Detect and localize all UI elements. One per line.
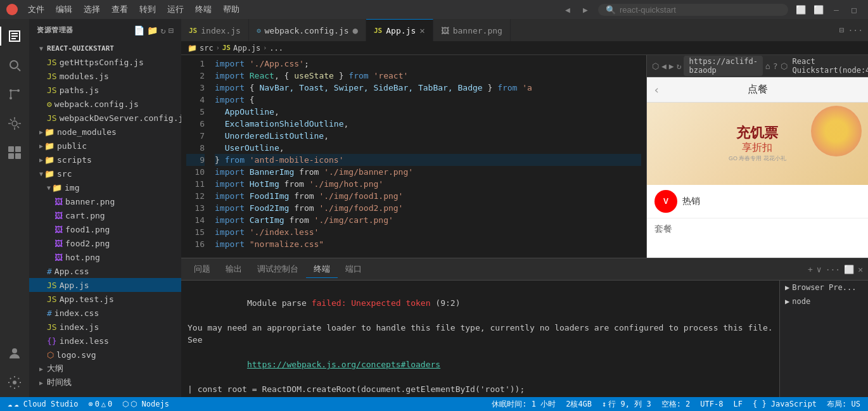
list-item[interactable]: 🖼 hot.png: [29, 250, 181, 264]
breadcrumb-ellipsis[interactable]: ...: [269, 44, 283, 53]
activity-search[interactable]: [0, 51, 29, 80]
list-item[interactable]: # index.css: [29, 306, 181, 320]
list-item[interactable]: 🖼 banner.png: [29, 194, 181, 208]
panel-sidebar-item-browser[interactable]: ▶ Browser Pre...: [780, 281, 868, 294]
split-editor-icon[interactable]: ⊟: [839, 25, 845, 35]
menu-view[interactable]: 查看: [106, 3, 133, 16]
panel-tab-ports[interactable]: 端口: [338, 261, 369, 278]
tab-close-icon[interactable]: ●: [353, 25, 358, 35]
code-editor[interactable]: 1 2 3 4 5 6 7 8 9 10 11 12 13 14 15 16: [181, 55, 646, 258]
menu-file[interactable]: 文件: [23, 3, 49, 16]
list-item[interactable]: ▶ 📁 node_modules: [29, 125, 181, 139]
more-tabs-icon[interactable]: ···: [848, 25, 863, 35]
menu-terminal[interactable]: 终端: [190, 3, 217, 16]
preview-question-icon[interactable]: ?: [773, 58, 778, 73]
list-item[interactable]: JS paths.js: [29, 83, 181, 97]
terminal-link[interactable]: https://webpack.js.org/concepts#loaders: [247, 360, 440, 369]
panel-maximize-icon[interactable]: ⬜: [844, 265, 854, 274]
panel-tab-problems[interactable]: 问题: [186, 261, 218, 278]
preview-more-icon[interactable]: ⬡: [781, 58, 788, 73]
layout-button[interactable]: ⬜: [793, 2, 808, 17]
list-item[interactable]: # App.css: [29, 264, 181, 278]
panel-tab-output[interactable]: 输出: [218, 261, 250, 278]
search-input[interactable]: [620, 5, 781, 15]
menu-edit[interactable]: 编辑: [51, 3, 77, 16]
terminal-content[interactable]: Module parse failed: Unexpected token (9…: [181, 281, 779, 397]
list-item[interactable]: ▶ 📁 public: [29, 139, 181, 153]
activity-explorer[interactable]: [0, 22, 29, 51]
maximize-button[interactable]: □: [846, 2, 862, 17]
breadcrumb-appjs[interactable]: JS App.js: [222, 44, 261, 53]
list-item[interactable]: {} index.less: [29, 334, 181, 348]
activity-account[interactable]: [0, 339, 29, 368]
activity-debug[interactable]: [0, 109, 29, 138]
tab-bannerpng[interactable]: 🖼 banner.png: [433, 19, 511, 41]
status-cloud-studio[interactable]: ☁ ☁ Cloud Studio: [5, 400, 80, 408]
refresh-icon[interactable]: ↻: [160, 25, 165, 35]
list-item[interactable]: 🖼 food1.png: [29, 222, 181, 236]
status-cpu[interactable]: 2核4GB: [563, 399, 594, 410]
tab-webpack[interactable]: ⚙ webpack.config.js ●: [249, 19, 366, 41]
list-item[interactable]: JS index.js: [29, 320, 181, 334]
status-nodejs[interactable]: ⬡ ⬡ Nodejs: [120, 400, 172, 408]
status-rest-time[interactable]: 休眠时间: 1 小时: [489, 399, 558, 410]
list-item[interactable]: ▼ 📁 img: [29, 180, 181, 194]
code-body[interactable]: import './App.css'; import React, { useS…: [210, 55, 646, 258]
tree-item-project[interactable]: ▼ REACT-QUICKSTART: [29, 41, 181, 55]
preview-refresh-button[interactable]: ↻: [677, 58, 682, 73]
menu-select[interactable]: 选择: [79, 3, 105, 16]
new-file-icon[interactable]: 📄: [134, 25, 144, 35]
list-item[interactable]: JS getHttpsConfig.js: [29, 55, 181, 69]
list-item[interactable]: JS App.test.js: [29, 292, 181, 306]
preview-home-icon[interactable]: ⌂: [765, 58, 770, 73]
activity-settings[interactable]: [0, 368, 29, 397]
panel-tab-debug[interactable]: 调试控制台: [250, 261, 306, 278]
list-item[interactable]: 🖼 food2.png: [29, 236, 181, 250]
nav-forward-button[interactable]: ▶: [578, 2, 593, 17]
list-item[interactable]: JS webpackDevServer.config.js: [29, 111, 181, 125]
list-item[interactable]: ⬡ logo.svg: [29, 348, 181, 362]
status-line-ending[interactable]: LF: [731, 400, 744, 408]
panel-chevron-down-icon[interactable]: ∨: [817, 265, 822, 274]
list-item[interactable]: ▶ 📁 scripts: [29, 153, 181, 167]
collapse-icon[interactable]: ⊟: [169, 25, 174, 35]
tab-more-actions[interactable]: ⊟ ···: [834, 19, 868, 41]
breadcrumb-src[interactable]: 📁 src: [188, 44, 214, 53]
status-layout[interactable]: 布局: US: [824, 399, 863, 410]
preview-forward-button[interactable]: ▶: [669, 58, 674, 73]
status-spaces[interactable]: 空格: 2: [659, 399, 693, 410]
list-item[interactable]: ▼ 📁 src: [29, 167, 181, 180]
status-encoding[interactable]: UTF-8: [698, 400, 725, 408]
menu-goto[interactable]: 转到: [134, 3, 161, 16]
menu-help[interactable]: 帮助: [218, 3, 245, 16]
browser-back-icon[interactable]: ‹: [653, 83, 660, 96]
search-bar[interactable]: 🔍: [598, 4, 788, 16]
list-item[interactable]: ⚙ webpack.config.js: [29, 97, 181, 111]
nav-back-button[interactable]: ◀: [560, 2, 575, 17]
activity-git[interactable]: [0, 80, 29, 109]
menu-run[interactable]: 运行: [162, 3, 189, 16]
preview-open-icon[interactable]: ⬡: [652, 58, 659, 73]
status-language[interactable]: { } JavaScript: [750, 400, 819, 408]
panel-add-icon[interactable]: +: [808, 265, 813, 274]
status-errors[interactable]: ⊗ 0 △ 0: [86, 400, 115, 408]
activity-extensions[interactable]: [0, 138, 29, 167]
tab-indexjs[interactable]: JS index.js: [181, 19, 249, 41]
preview-url-bar[interactable]: https://aclifd-bzaodp: [684, 56, 762, 76]
panel-sidebar-item-node[interactable]: ▶ node: [780, 294, 868, 308]
panel-more-icon[interactable]: ···: [826, 265, 840, 274]
minimize-button[interactable]: —: [829, 2, 844, 17]
status-cursor[interactable]: ↕ 行 9, 列 3: [599, 399, 654, 410]
list-item[interactable]: 🖼 cart.png: [29, 208, 181, 222]
list-item-timeline[interactable]: ▶ 时间线: [29, 376, 181, 389]
panel-tab-terminal[interactable]: 终端: [306, 261, 338, 278]
new-folder-icon[interactable]: 📁: [147, 25, 158, 35]
tab-appjs[interactable]: JS App.js ✕: [366, 19, 433, 41]
list-item-appjs[interactable]: JS App.js: [29, 278, 181, 292]
list-item[interactable]: JS modules.js: [29, 69, 181, 83]
list-item-outline[interactable]: ▶ 大纲: [29, 362, 181, 376]
preview-back-button[interactable]: ◀: [661, 58, 667, 73]
tab-close-icon[interactable]: ✕: [419, 25, 424, 35]
panel-close-icon[interactable]: ✕: [858, 265, 863, 274]
split-button[interactable]: ⬜: [811, 2, 826, 17]
